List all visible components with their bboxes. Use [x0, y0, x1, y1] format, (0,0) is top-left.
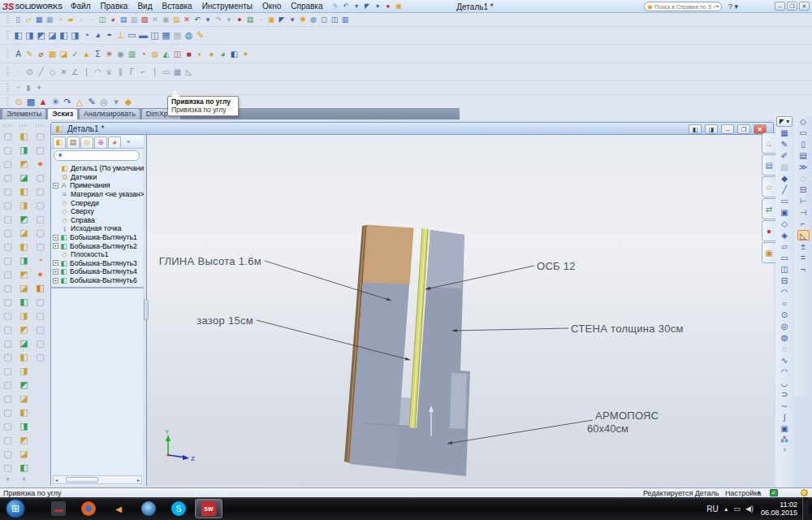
- layout-4-icon[interactable]: ▦: [161, 29, 171, 41]
- paint-icon[interactable]: ✎: [195, 29, 205, 41]
- l3-9-icon[interactable]: ▢: [34, 240, 46, 253]
- l1-4-icon[interactable]: ▢: [2, 171, 14, 184]
- mass-props-icon[interactable]: ▩: [47, 49, 58, 59]
- snap-center-icon[interactable]: ⊙: [24, 67, 35, 77]
- annotation-armopoyas[interactable]: АРМОПОЯС: [595, 410, 659, 422]
- l2-4-icon[interactable]: ◪: [18, 171, 30, 184]
- slot1-icon[interactable]: ▭: [779, 253, 791, 263]
- taskbar-app-keepass[interactable]: ▬: [45, 499, 72, 518]
- box-icon[interactable]: ▣: [394, 2, 403, 11]
- l3-16-icon[interactable]: ▢: [34, 337, 46, 349]
- l1-8-icon[interactable]: ▢: [2, 227, 14, 239]
- undo-icon[interactable]: ↶: [341, 2, 350, 11]
- render-icon[interactable]: ◕: [108, 15, 118, 24]
- sketch-drop-icon[interactable]: ▾: [110, 96, 122, 107]
- l1-11-icon[interactable]: ▢: [2, 268, 14, 280]
- snap-angle-icon[interactable]: ∠: [70, 67, 80, 77]
- grid-icon[interactable]: ▦: [779, 128, 791, 138]
- l2-15-icon[interactable]: ◩: [18, 323, 30, 336]
- view-cube2-icon[interactable]: ◨: [24, 29, 35, 41]
- slot3-icon[interactable]: ⊟: [779, 275, 791, 286]
- menu-Справка[interactable]: Справка: [286, 0, 327, 13]
- close-button[interactable]: ✕: [799, 2, 810, 11]
- zebra-icon[interactable]: ▥: [127, 49, 137, 59]
- tree-item[interactable]: +◧Бобышка-Вытянуть6: [53, 276, 144, 285]
- l3-2-icon[interactable]: ▢: [34, 144, 46, 156]
- undo-drop-icon[interactable]: ▾: [203, 15, 213, 24]
- redo-icon[interactable]: ↷: [214, 15, 223, 24]
- l3-5-icon[interactable]: ▢: [34, 185, 46, 197]
- menu-Окно[interactable]: Окно: [257, 0, 286, 13]
- search-icon[interactable]: ⌕▾: [713, 3, 719, 10]
- undercut-icon[interactable]: ◍: [149, 49, 160, 59]
- l1-25-icon[interactable]: ▢: [2, 462, 14, 474]
- tree-item[interactable]: ◇Плоскость1: [53, 250, 144, 259]
- check-icon[interactable]: ✓: [70, 49, 80, 59]
- l2-10-icon[interactable]: ◨: [18, 254, 30, 266]
- l2-11-icon[interactable]: ◩: [18, 268, 30, 280]
- snap-tangent-icon[interactable]: ∨: [104, 67, 114, 77]
- tree-item[interactable]: ◇Сверху: [53, 207, 144, 216]
- l1-18-icon[interactable]: ▢: [2, 365, 14, 377]
- panel-flyout-handle[interactable]: [144, 299, 149, 320]
- draft-analysis-icon[interactable]: ◭: [161, 49, 171, 59]
- l1-5-icon[interactable]: ▢: [2, 185, 14, 197]
- b13-icon[interactable]: =: [797, 253, 810, 263]
- diamond1-icon[interactable]: ◇: [779, 219, 791, 229]
- help-search-input[interactable]: ◉Поиск в Справке по SolidWorks⌕▾: [644, 2, 722, 11]
- sketch-target-icon[interactable]: ⊙: [13, 96, 24, 107]
- tree-item[interactable]: +◧Бобышка-Вытянуть3: [53, 259, 144, 268]
- circle2-icon[interactable]: ⊙: [779, 310, 791, 320]
- b9-icon[interactable]: ⊣: [797, 207, 810, 218]
- tab-Элементы[interactable]: Элементы: [2, 108, 46, 119]
- b5-icon[interactable]: ≫: [797, 162, 810, 172]
- tree-item[interactable]: ≡Материал <не указан>: [53, 190, 144, 199]
- view-cube4-icon[interactable]: ◪: [47, 29, 58, 41]
- spline2-icon[interactable]: ∿: [779, 355, 791, 366]
- clock[interactable]: 11:0206.08.2015: [758, 500, 797, 517]
- cut-icon[interactable]: ✕: [150, 15, 160, 24]
- l2-23-icon[interactable]: ◩: [18, 434, 30, 446]
- layout-g-icon[interactable]: ▦: [172, 29, 183, 41]
- wizard-icon[interactable]: ✦: [240, 49, 251, 59]
- fmtab-part[interactable]: ◧: [53, 136, 66, 148]
- annotation-stena[interactable]: СТЕНА толщина 30см: [571, 323, 684, 335]
- rect2-icon[interactable]: ▣: [779, 207, 791, 218]
- pattern-icon[interactable]: ⁂: [779, 435, 791, 445]
- l3-10-icon[interactable]: ◔: [34, 254, 46, 266]
- annotation-osb[interactable]: ОСБ 12: [537, 260, 576, 272]
- toolbox-icon[interactable]: ◧: [229, 49, 240, 59]
- fmtab-property[interactable]: ▤: [67, 136, 80, 148]
- tree-item[interactable]: ◧Деталь1 (По умолчанию <<По: [53, 164, 144, 173]
- print3d-icon[interactable]: ▧: [140, 15, 149, 24]
- l3-6-icon[interactable]: ▢: [34, 199, 46, 211]
- annotation-glina[interactable]: ГЛИНА Высота 1.6м: [159, 255, 261, 267]
- fmtab-display[interactable]: ◕: [108, 136, 121, 148]
- minimize-button[interactable]: –: [775, 2, 785, 11]
- l1-22-icon[interactable]: ▢: [2, 420, 14, 432]
- snap-box-icon[interactable]: ▭: [161, 67, 171, 77]
- tree-item[interactable]: +◧Бобышка-Вытянуть2: [53, 241, 144, 250]
- diamond2-icon[interactable]: ◈: [779, 230, 791, 240]
- sketch2-icon[interactable]: ✐: [779, 150, 791, 161]
- taskpane-news[interactable]: ▤: [762, 154, 775, 176]
- l2-17-icon[interactable]: ◧: [18, 351, 30, 363]
- snap-mid-icon[interactable]: |: [81, 67, 92, 77]
- snap-arc-icon[interactable]: ◠: [93, 67, 103, 77]
- menu-Вставка[interactable]: Вставка: [157, 0, 197, 13]
- snap-grid-icon[interactable]: ▦: [172, 67, 183, 77]
- l2-5-icon[interactable]: ◧: [18, 185, 30, 197]
- l3-12-icon[interactable]: ◧: [34, 282, 46, 294]
- menu-Вид[interactable]: Вид: [132, 0, 157, 13]
- g2-icon[interactable]: ▮: [24, 83, 33, 93]
- web-icon[interactable]: ◔: [55, 15, 65, 24]
- l2-14-icon[interactable]: ◨: [18, 310, 30, 322]
- slot4-icon[interactable]: ◠: [779, 287, 791, 297]
- taskbar-app-firefox[interactable]: [75, 499, 102, 518]
- layout-3-icon[interactable]: ◫: [149, 29, 160, 41]
- annotation-zazor[interactable]: зазор 15см: [197, 314, 253, 327]
- view-cube1-icon[interactable]: ◧: [13, 29, 24, 41]
- taskpane-share[interactable]: ⇄: [762, 198, 775, 219]
- line-icon[interactable]: ╱: [779, 184, 791, 195]
- l1-12-icon[interactable]: ▢: [2, 282, 14, 294]
